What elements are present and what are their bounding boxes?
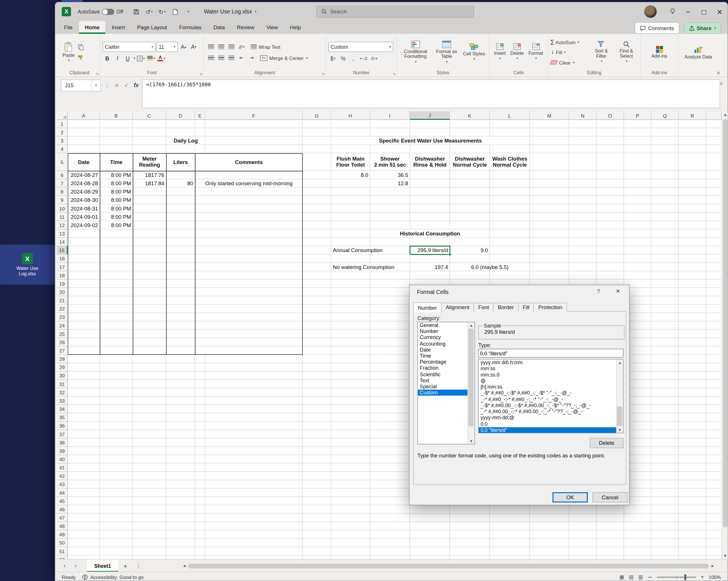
format-painter-button[interactable] <box>76 53 85 62</box>
scroll-down-icon[interactable]: ▼ <box>468 438 474 444</box>
cell-A7[interactable]: 2024-08-28 <box>68 180 99 187</box>
format-code-item-0-00-0-00[interactable]: _-* #,##0.00_-;-* #,##0.00_-;_-* "-"??_-… <box>478 409 617 415</box>
format-type-input[interactable] <box>478 349 624 358</box>
format-code-item-0-0[interactable]: _-* #,##0_-;-* #,##0_-;_-* "-"_-;_-@_- <box>478 396 617 402</box>
cell-I13[interactable]: Historical Consumption <box>370 230 490 237</box>
row-header-44[interactable]: 44 <box>57 489 68 497</box>
zoom-level[interactable]: 100% <box>708 574 721 580</box>
decrease-indent-button[interactable]: ⇤ <box>237 53 246 62</box>
sheet-options-icon[interactable]: ⋮ <box>132 563 145 569</box>
bold-button[interactable]: B <box>103 54 112 63</box>
ribbon-tab-file[interactable]: File <box>58 21 79 34</box>
row-header-20[interactable]: 20 <box>57 288 68 296</box>
comma-style-button[interactable]: , <box>349 54 358 63</box>
zoom-slider[interactable] <box>657 576 696 577</box>
row-header-46[interactable]: 46 <box>57 505 68 513</box>
document-icon[interactable] <box>170 7 181 17</box>
align-top-button[interactable] <box>206 42 215 51</box>
customize-qat-button[interactable]: ▾ <box>183 7 194 17</box>
taskbar-thumbnail[interactable]: X Water Use Log.xlsx <box>0 245 55 284</box>
italic-button[interactable]: I <box>113 54 122 63</box>
cell-B12[interactable]: 8:00 PM <box>100 221 132 229</box>
row-header-17[interactable]: 17 <box>57 263 68 271</box>
cancel-button[interactable]: Cancel <box>592 492 628 502</box>
format-code-item-0-0-liters-d[interactable]: 0.0 "liters/d" <box>478 427 617 433</box>
format-code-item-0-0[interactable]: 0.0 <box>478 421 617 427</box>
format-code-item-0-00-0-00[interactable]: _-$* #,##0.00_-;-$* #,##0.00_-;_-$* "-"?… <box>478 403 617 409</box>
category-item-number[interactable]: Number <box>418 328 468 334</box>
collapse-ribbon-button[interactable]: ∧ <box>717 70 720 75</box>
delete-cells-button[interactable]: Delete ▾ <box>509 42 525 62</box>
row-header-11[interactable]: 11 <box>57 213 68 221</box>
share-button[interactable]: Share ▾ <box>683 22 721 34</box>
dialog-tab-number[interactable]: Number <box>413 302 442 312</box>
scroll-up-icon[interactable]: ▲ <box>617 359 623 365</box>
row-header-27[interactable]: 27 <box>57 347 68 355</box>
increase-decimal-button[interactable]: ←.0 <box>359 54 368 63</box>
autosave-control[interactable]: AutoSave Off <box>77 8 123 15</box>
row-header-50[interactable]: 50 <box>57 538 68 547</box>
font-size-combo[interactable]: 11▾ <box>157 42 178 52</box>
cell-H15[interactable]: Annual Consumption <box>332 247 410 254</box>
ribbon-tab-data[interactable]: Data <box>207 21 231 34</box>
cell-I7[interactable]: 12.8 <box>370 180 410 187</box>
cell-A5[interactable]: Date <box>68 154 99 170</box>
dialog-tab-font[interactable]: Font <box>474 303 494 312</box>
cell-E5[interactable]: Comments <box>196 154 302 170</box>
category-scrollbar[interactable]: ▲ ▼ <box>468 322 474 444</box>
align-left-button[interactable] <box>206 53 215 62</box>
avatar[interactable] <box>644 5 657 18</box>
ribbon-tab-home[interactable]: Home <box>79 21 106 34</box>
format-code-list[interactable]: yyyy mm dd\ h:mmmm:ssmm:ss.0@[h]:mm:ss_-… <box>478 359 624 433</box>
row-header-32[interactable]: 32 <box>57 388 68 397</box>
row-header-47[interactable]: 47 <box>57 513 68 522</box>
decrease-decimal-button[interactable]: .0→ <box>369 54 378 63</box>
row-header-25[interactable]: 25 <box>57 330 68 338</box>
page-layout-view-button[interactable]: ▤ <box>629 574 634 580</box>
row-header-39[interactable]: 39 <box>57 447 68 455</box>
window-title[interactable]: Water Use Log.xlsx▾ <box>204 8 256 15</box>
zoom-out-button[interactable]: − <box>648 574 652 580</box>
prev-sheet-icon[interactable]: ‹ <box>59 562 70 569</box>
cell-D3[interactable]: Daily Log <box>166 137 205 145</box>
autosum-button[interactable]: ∑ AutoSum▾ <box>550 37 588 47</box>
cell-H17[interactable]: No watering Consumption <box>332 263 410 271</box>
row-header-5[interactable]: 5 <box>57 153 68 171</box>
cell-B5[interactable]: Time <box>100 154 132 170</box>
cell-C7[interactable]: 1817.84 <box>133 180 166 187</box>
column-header-G[interactable]: G <box>303 111 331 120</box>
underline-chevron-icon[interactable]: ▾ <box>134 56 135 60</box>
row-header-12[interactable]: 12 <box>57 221 68 229</box>
cell-B7[interactable]: 8:00 PM <box>100 180 132 187</box>
row-header-36[interactable]: 36 <box>57 422 68 430</box>
row-header-3[interactable]: 3 <box>57 136 68 145</box>
horizontal-scroll-thumb[interactable] <box>188 564 709 569</box>
find-select-button[interactable]: Find & Select ▾ <box>615 40 638 65</box>
row-header-35[interactable]: 35 <box>57 413 68 422</box>
format-code-item-0-0[interactable]: _-$* #,##0_-;-$* #,##0_-;_-$* "-"_-;_-@_… <box>478 390 617 396</box>
category-item-percentage[interactable]: Percentage <box>418 359 468 365</box>
format-code-item-mm-ss[interactable]: mm:ss <box>478 365 617 372</box>
row-header-33[interactable]: 33 <box>57 397 68 405</box>
zoom-in-button[interactable]: + <box>701 574 704 580</box>
formula-input[interactable]: =(1769-1661)/365*1000 <box>142 79 720 108</box>
ribbon-tab-review[interactable]: Review <box>231 21 260 34</box>
column-header-J[interactable]: J <box>410 111 450 120</box>
column-header-R[interactable]: R <box>679 111 706 120</box>
search-input[interactable]: Search <box>316 5 474 18</box>
category-scroll-thumb[interactable] <box>469 329 474 426</box>
ribbon-tab-page-layout[interactable]: Page Layout <box>131 21 173 34</box>
percent-style-button[interactable]: % <box>338 54 347 63</box>
format-code-item-mm-ss-0[interactable]: mm:ss.0 <box>478 372 617 378</box>
addins-button[interactable]: Add-ins <box>650 45 669 59</box>
undo-button[interactable]: ↺▾ <box>144 7 155 17</box>
cell-K17[interactable]: 6.0 (maybe 5.5) <box>450 263 529 271</box>
fill-color-button[interactable]: ▾ <box>147 54 156 63</box>
align-right-button[interactable] <box>227 53 236 62</box>
row-header-52[interactable]: 52 <box>57 555 68 559</box>
cell-A12[interactable]: 2024-09-02 <box>68 221 99 229</box>
cell-K15[interactable]: 9.0 <box>450 247 490 254</box>
cell-L5[interactable]: Wash Clothes Normal Cycle <box>490 154 529 170</box>
category-item-scientific[interactable]: Scientific <box>418 371 468 377</box>
cell-B9[interactable]: 8:00 PM <box>100 197 132 204</box>
